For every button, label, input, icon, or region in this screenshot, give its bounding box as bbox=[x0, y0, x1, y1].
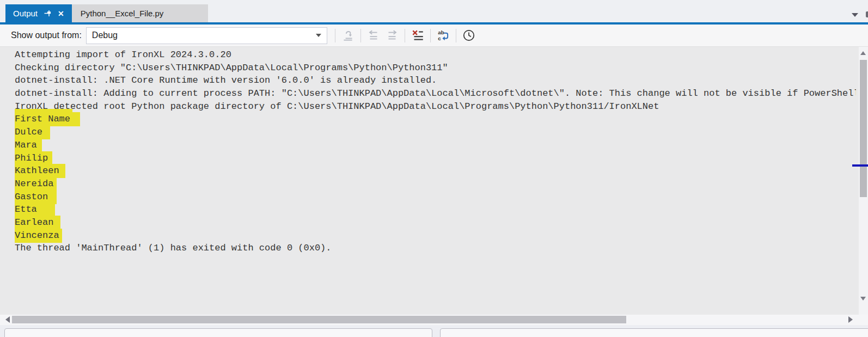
bottom-panel-left bbox=[4, 328, 432, 337]
console-line: Kathleen bbox=[15, 164, 856, 177]
bottom-strip bbox=[0, 325, 868, 337]
show-output-from-label: Show output from: bbox=[11, 30, 82, 40]
tab-python-excel-file[interactable]: Python__Excel_File.py bbox=[72, 4, 208, 22]
clipped-edge-icon bbox=[866, 11, 868, 17]
console-line: IronXL detected root Python package dire… bbox=[15, 100, 856, 113]
tab-python-label: Python__Excel_File.py bbox=[81, 9, 164, 18]
scroll-right-icon[interactable] bbox=[848, 316, 853, 323]
output-tool-window: Output ✕ Python__Excel_File.py Show outp… bbox=[0, 0, 868, 337]
console-line: Gaston bbox=[15, 191, 856, 204]
vertical-scrollbar[interactable] bbox=[859, 47, 868, 315]
output-source-value: Debug bbox=[92, 30, 118, 40]
console-line: First Name bbox=[15, 113, 856, 126]
console-line: Etta bbox=[15, 203, 856, 216]
scroll-down-icon[interactable] bbox=[860, 297, 866, 301]
next-message-icon[interactable] bbox=[383, 27, 401, 44]
console-line: Attempting import of IronXL 2024.3.0.20 bbox=[15, 48, 856, 62]
chevron-down-icon[interactable] bbox=[852, 13, 858, 17]
tab-output[interactable]: Output ✕ bbox=[5, 4, 72, 22]
console-line: Vincenza bbox=[15, 229, 856, 242]
clear-all-icon[interactable] bbox=[408, 27, 427, 44]
close-icon[interactable]: ✕ bbox=[58, 10, 64, 17]
console-output-area[interactable]: Attempting import of IronXL 2024.3.0.20C… bbox=[0, 47, 868, 315]
bottom-panel-right bbox=[440, 328, 868, 337]
previous-message-icon[interactable] bbox=[364, 27, 383, 44]
highlighted-text: Earlean bbox=[15, 216, 60, 230]
console-output: Attempting import of IronXL 2024.3.0.20C… bbox=[15, 48, 856, 255]
console-line: Dulce bbox=[15, 126, 856, 139]
highlighted-text: Mara bbox=[15, 138, 42, 152]
horizontal-scrollbar[interactable] bbox=[0, 315, 868, 325]
dropdown-arrow-icon bbox=[316, 34, 321, 37]
highlighted-text: Vincenza bbox=[15, 229, 62, 243]
console-line: dotnet-install: Adding to current proces… bbox=[15, 87, 856, 100]
tab-output-label: Output bbox=[13, 9, 38, 18]
svg-text:c: c bbox=[438, 35, 441, 41]
toolbar-separator bbox=[405, 29, 405, 42]
highlighted-text: First Name bbox=[15, 112, 80, 126]
horizontal-scrollbar-thumb[interactable] bbox=[12, 316, 626, 323]
scrollbar-caret-marker bbox=[852, 164, 868, 167]
output-source-dropdown[interactable]: Debug bbox=[86, 27, 327, 44]
console-line: Philip bbox=[15, 152, 856, 165]
highlighted-text: Nereida bbox=[15, 177, 57, 191]
vertical-scrollbar-thumb[interactable] bbox=[860, 60, 867, 197]
clock-icon[interactable] bbox=[460, 27, 478, 44]
find-message-in-code-icon[interactable] bbox=[339, 27, 357, 44]
toolbar-separator bbox=[335, 29, 335, 42]
toolbar-separator bbox=[430, 29, 431, 42]
svg-text:ab: ab bbox=[438, 29, 444, 35]
console-line: Checking directory "C:\Users\THINKPAD\Ap… bbox=[15, 62, 856, 75]
output-toolbar: Show output from: Debug bbox=[0, 24, 868, 47]
pin-icon[interactable] bbox=[44, 9, 52, 17]
console-line: Earlean bbox=[15, 216, 856, 229]
highlighted-text: Gaston bbox=[15, 190, 57, 204]
toolbar-separator bbox=[456, 29, 456, 42]
highlighted-text: Etta bbox=[15, 203, 55, 217]
console-line: Mara bbox=[15, 139, 856, 152]
toolbar-separator bbox=[360, 29, 361, 42]
scroll-up-icon[interactable] bbox=[860, 51, 866, 55]
console-line: The thread 'MainThread' (1) has exited w… bbox=[15, 242, 856, 255]
tool-window-tabbar: Output ✕ Python__Excel_File.py bbox=[0, 0, 868, 22]
highlighted-text: Dulce bbox=[15, 125, 50, 139]
console-line: Nereida bbox=[15, 177, 856, 191]
highlighted-text: Philip bbox=[15, 151, 52, 166]
scroll-left-icon[interactable] bbox=[5, 316, 10, 323]
toggle-word-wrap-icon[interactable]: ab c bbox=[434, 27, 453, 44]
highlighted-text: Kathleen bbox=[15, 164, 65, 178]
console-line: dotnet-install: .NET Core Runtime with v… bbox=[15, 74, 856, 87]
